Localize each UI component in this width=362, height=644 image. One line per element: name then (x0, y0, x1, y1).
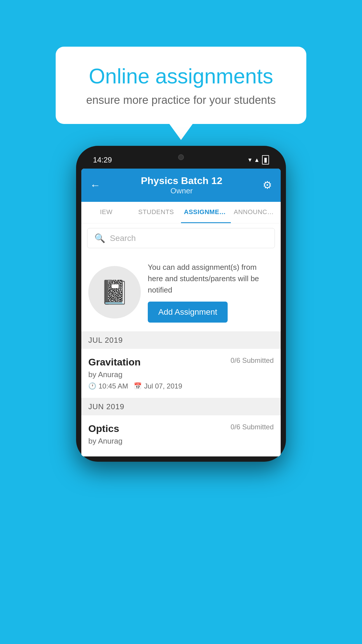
search-input[interactable]: Search (110, 234, 136, 243)
assignment-name: Optics (88, 423, 119, 434)
header-center: Physics Batch 12 Owner (141, 175, 222, 195)
search-box[interactable]: 🔍 Search (87, 228, 275, 248)
section-label: JUN 2019 (88, 402, 124, 411)
phone-screen: ← Physics Batch 12 Owner ⚙ IEW STUDENTS … (81, 169, 281, 456)
header-subtitle: Owner (141, 186, 222, 195)
tab-students[interactable]: STUDENTS (131, 202, 181, 223)
assignment-by: by Anurag (88, 437, 274, 446)
app-header: ← Physics Batch 12 Owner ⚙ (81, 169, 281, 202)
assignment-submitted: 0/6 Submitted (231, 423, 274, 431)
add-assignment-button[interactable]: Add Assignment (148, 302, 228, 323)
clock-icon: 🕐 (88, 382, 96, 390)
assignment-time: 🕐 10:45 AM (88, 382, 128, 390)
bubble-subtitle: ensure more practice for your students (76, 94, 286, 106)
signal-icon: ▲ (254, 157, 260, 163)
time-value: 10:45 AM (99, 382, 128, 390)
assignment-by: by Anurag (88, 370, 274, 379)
front-camera (178, 154, 184, 160)
promo-icon-circle: 📓 (88, 266, 141, 318)
back-button[interactable]: ← (90, 179, 101, 191)
date-value: Jul 07, 2019 (144, 382, 182, 390)
assignment-promo: 📓 You can add assignment(s) from here an… (81, 253, 281, 332)
calendar-icon: 📅 (134, 382, 142, 390)
assignment-meta: 🕐 10:45 AM 📅 Jul 07, 2019 (88, 382, 274, 390)
phone-notch (166, 151, 196, 163)
promo-content: You can add assignment(s) from here and … (148, 262, 274, 323)
battery-icon: ▮ (262, 155, 269, 164)
status-time: 14:29 (93, 155, 112, 164)
assignment-row-top: Gravitation 0/6 Submitted (88, 356, 274, 368)
phone-wrapper: 14:29 ▾ ▲ ▮ ← Physics Batch 12 Owner ⚙ (72, 146, 290, 462)
assignment-row-top: Optics 0/6 Submitted (88, 423, 274, 434)
search-container: 🔍 Search (81, 223, 281, 253)
assignment-optics[interactable]: Optics 0/6 Submitted by Anurag (81, 415, 281, 456)
section-jun-2019: JUN 2019 (81, 398, 281, 415)
section-label: JUL 2019 (88, 336, 123, 344)
assignment-date: 📅 Jul 07, 2019 (134, 382, 182, 390)
tab-assignments[interactable]: ASSIGNMENTS (181, 202, 231, 223)
bubble-arrow (169, 124, 193, 140)
assignment-gravitation[interactable]: Gravitation 0/6 Submitted by Anurag 🕐 10… (81, 349, 281, 398)
status-bar: 14:29 ▾ ▲ ▮ (81, 151, 281, 169)
speech-bubble-container: Online assignments ensure more practice … (56, 47, 306, 140)
header-title: Physics Batch 12 (141, 175, 222, 186)
speech-bubble: Online assignments ensure more practice … (56, 47, 306, 124)
tabs-bar: IEW STUDENTS ASSIGNMENTS ANNOUNCEMENTS (81, 202, 281, 223)
tab-iew[interactable]: IEW (81, 202, 131, 223)
settings-icon[interactable]: ⚙ (263, 179, 272, 191)
assignment-submitted: 0/6 Submitted (231, 356, 274, 365)
bubble-title: Online assignments (76, 64, 286, 88)
search-icon: 🔍 (94, 233, 105, 243)
wifi-icon: ▾ (248, 156, 252, 164)
notebook-icon: 📓 (100, 279, 129, 306)
assignment-name: Gravitation (88, 356, 140, 368)
promo-text: You can add assignment(s) from here and … (148, 262, 274, 296)
section-jul-2019: JUL 2019 (81, 332, 281, 349)
tab-announcements[interactable]: ANNOUNCEMENTS (231, 202, 281, 223)
phone-frame: 14:29 ▾ ▲ ▮ ← Physics Batch 12 Owner ⚙ (76, 146, 286, 462)
status-icons: ▾ ▲ ▮ (248, 155, 269, 164)
